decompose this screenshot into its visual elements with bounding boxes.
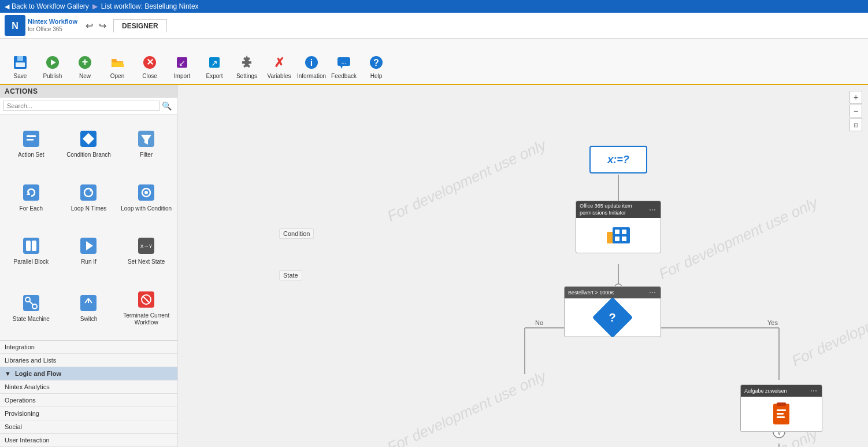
formula-text: x:=? (607, 154, 629, 166)
import-button[interactable]: ↙ Import (166, 51, 198, 82)
search-button[interactable]: 🔍 (159, 100, 174, 112)
settings-label: Settings (236, 73, 257, 79)
terminate-item[interactable]: Terminate Current Workflow (117, 278, 175, 338)
settings-icon (238, 53, 256, 72)
open-label: Open (110, 73, 124, 79)
information-label: Information (297, 73, 326, 79)
switch-icon (78, 293, 99, 313)
variables-label: Variables (268, 73, 291, 79)
save-button[interactable]: Save (5, 51, 36, 82)
svg-text:Yes: Yes (767, 319, 778, 326)
terminate-icon (136, 289, 157, 310)
information-icon: i (302, 53, 321, 72)
svg-text:↗: ↗ (211, 58, 218, 68)
zoom-controls: + − ⊡ (850, 91, 862, 131)
cat-user-interaction[interactable]: User Interaction (0, 434, 177, 447)
search-bar: 🔍 (0, 98, 177, 114)
publish-button[interactable]: Publish (37, 51, 68, 82)
canvas-scroll[interactable]: ∨ No Yes ∨ (178, 85, 868, 447)
cat-logic-flow[interactable]: ▼ Logic and Flow (0, 367, 177, 380)
aufgabe-menu[interactable]: ⋯ (809, 387, 818, 395)
state-machine-item[interactable]: State Machine (2, 278, 60, 338)
svg-rect-41 (32, 241, 36, 251)
new-button[interactable]: + New (69, 51, 101, 82)
condition-branch-icon (78, 128, 99, 149)
aufgabe-body (741, 397, 822, 431)
redo-button[interactable]: ↪ (97, 19, 109, 32)
logo: N Nintex Workflow for Office 365 (5, 15, 77, 36)
category-list: Integration Libraries and Lists ▼ Logic … (0, 340, 177, 447)
settings-button[interactable]: Settings (231, 51, 262, 82)
search-input[interactable] (3, 101, 159, 111)
sidebar-state-label: State (279, 270, 302, 280)
svg-rect-84 (777, 409, 786, 411)
feedback-label: Feedback (331, 73, 357, 79)
feedback-button[interactable]: ... Feedback (328, 51, 359, 82)
set-next-state-icon: X→Y (136, 235, 157, 256)
condition-node[interactable]: Bestellwert > 1000€ ⋯ ? (564, 286, 661, 337)
svg-text:+: + (82, 56, 88, 68)
cat-arrow-icon: ▼ (5, 370, 11, 377)
zoom-fit-button[interactable]: ⊡ (850, 119, 862, 131)
import-label: Import (174, 73, 190, 79)
filter-item[interactable]: Filter (117, 117, 175, 171)
svg-text:↙: ↙ (179, 58, 186, 68)
undo-button[interactable]: ↩ (83, 19, 95, 32)
svg-rect-79 (622, 230, 626, 234)
export-button[interactable]: ↗ Export (199, 51, 230, 82)
svg-rect-86 (777, 416, 785, 418)
cat-operations[interactable]: Operations (0, 394, 177, 407)
parallel-block-icon (21, 235, 42, 256)
feedback-icon: ... (335, 53, 353, 72)
cat-social[interactable]: Social (0, 420, 177, 434)
cat-nintex-analytics[interactable]: Nintex Analytics (0, 380, 177, 394)
designer-tab[interactable]: DESIGNER (113, 19, 167, 32)
svg-rect-80 (615, 237, 620, 241)
help-icon: ? (367, 53, 385, 72)
action-set-item[interactable]: Action Set (2, 117, 60, 171)
toolbar: Save Publish + New Open ✕ Close ↙ Import… (0, 39, 868, 85)
aufgabe-header: Aufgabe zuweisen ⋯ (741, 385, 822, 397)
canvas-area[interactable]: + − ⊡ ∨ (178, 85, 868, 447)
svg-marker-20 (340, 66, 343, 69)
office365-node[interactable]: Office 365 update item permissions Initi… (576, 201, 661, 253)
publish-icon (43, 53, 62, 72)
parallel-block-item[interactable]: Parallel Block (2, 224, 60, 278)
close-button[interactable]: ✕ Close (134, 51, 165, 82)
actions-grid: Action Set Condition Branch Filter For E… (0, 114, 177, 340)
svg-text:X→Y: X→Y (140, 243, 153, 249)
condition-branch-item[interactable]: Condition Branch (60, 117, 118, 171)
help-button[interactable]: ? Help (361, 51, 392, 82)
set-next-state-item[interactable]: X→Y Set Next State (117, 224, 175, 278)
save-icon (11, 53, 29, 72)
office365-menu[interactable]: ⋯ (648, 206, 657, 214)
variables-button[interactable]: ✗ Variables (264, 51, 295, 82)
zoom-in-button[interactable]: + (850, 91, 862, 104)
loop-with-condition-item[interactable]: Loop with Condition (117, 171, 175, 224)
back-link[interactable]: ◀ Back to Workflow Gallery (5, 2, 89, 10)
aufgabe-node[interactable]: Aufgabe zuweisen ⋯ (740, 385, 822, 432)
cat-integration[interactable]: Integration (0, 341, 177, 354)
condition-menu[interactable]: ⋯ (648, 289, 657, 297)
svg-rect-31 (23, 184, 39, 201)
zoom-out-button[interactable]: − (850, 105, 862, 117)
open-icon (108, 53, 127, 72)
cat-libraries[interactable]: Libraries and Lists (0, 354, 177, 367)
cat-provisioning[interactable]: Provisioning (0, 407, 177, 420)
svg-text:N: N (12, 21, 18, 31)
loop-n-times-item[interactable]: Loop N Times (60, 171, 118, 224)
watermark-2: For development use only (656, 194, 820, 283)
for-each-icon (21, 182, 42, 203)
canvas: ∨ No Yes ∨ (178, 85, 868, 447)
run-if-item[interactable]: Run If (60, 224, 118, 278)
open-button[interactable]: Open (102, 51, 133, 82)
export-label: Export (206, 73, 223, 79)
for-each-item[interactable]: For Each (2, 171, 60, 224)
information-button[interactable]: i Information (296, 51, 327, 82)
state-machine-icon (21, 293, 42, 313)
condition-body: ? (565, 298, 661, 337)
switch-item[interactable]: Switch (60, 278, 118, 338)
watermark-1: For development use only (384, 136, 548, 226)
formula-node[interactable]: x:=? (589, 146, 647, 173)
import-icon: ↙ (173, 53, 191, 72)
